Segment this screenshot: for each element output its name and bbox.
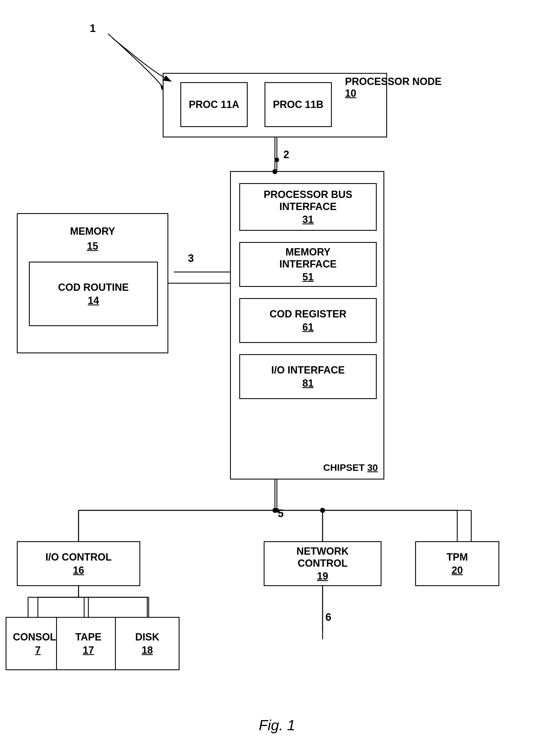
disk-label: DISK (135, 631, 159, 643)
io-control-label: I/O CONTROL (46, 551, 112, 563)
ref-5: 5 (278, 508, 284, 520)
io-interface-box: I/O INTERFACE 81 (239, 354, 377, 399)
tape-label: TAPE (75, 631, 101, 643)
proc-bus-interface-box: PROCESSOR BUSINTERFACE 31 (239, 183, 377, 231)
memory-interface-number: 51 (302, 271, 314, 283)
proc-bus-interface-label: PROCESSOR BUSINTERFACE (264, 188, 352, 213)
proc-11b-box: PROC 11B (265, 82, 332, 127)
ref-6: 6 (325, 611, 331, 623)
io-interface-number: 81 (302, 377, 314, 389)
ref-3: 3 (188, 252, 194, 265)
cod-register-label: COD REGISTER (270, 308, 346, 320)
console-label: CONSOLE (13, 631, 63, 643)
memory-label: MEMORY (70, 225, 115, 237)
diagram: 1 PROC 11A PROC 11B PROCESSOR NODE 10 2 … (0, 0, 554, 756)
cod-routine-label: COD ROUTINE (58, 281, 129, 293)
io-interface-label: I/O INTERFACE (271, 364, 345, 376)
proc-11a-box: PROC 11A (180, 82, 248, 127)
proc-11a-label: PROC 11A (189, 99, 239, 111)
io-control-box: I/O CONTROL 16 (17, 541, 140, 586)
network-control-label: NETWORKCONTROL (296, 545, 349, 569)
ref-2: 2 (283, 149, 289, 161)
svg-point-7 (320, 508, 325, 513)
memory-number: 15 (87, 240, 98, 252)
tape-box: TAPE 17 (56, 617, 121, 670)
network-control-number: 19 (317, 570, 328, 582)
cod-register-box: COD REGISTER 61 (239, 298, 377, 343)
tpm-number: 20 (452, 565, 463, 576)
cod-routine-box: COD ROUTINE 14 (29, 261, 158, 326)
console-number: 7 (35, 644, 41, 656)
tpm-box: TPM 20 (415, 541, 499, 586)
tape-number: 17 (83, 644, 94, 656)
network-control-box: NETWORKCONTROL 19 (264, 541, 382, 586)
memory-box: MEMORY 15 COD ROUTINE 14 (17, 213, 168, 353)
memory-interface-box: MEMORYINTERFACE 51 (239, 242, 377, 287)
cod-register-number: 61 (302, 322, 314, 333)
disk-number: 18 (142, 644, 153, 656)
cod-routine-number: 14 (88, 295, 99, 306)
chipset-label: CHIPSET 30 (323, 462, 378, 473)
figure-label: Fig. 1 (259, 717, 295, 734)
io-control-number: 16 (73, 565, 84, 576)
processor-node-label: PROCESSOR NODE 10 (345, 76, 442, 99)
proc-11b-label: PROC 11B (273, 99, 323, 111)
tpm-label: TPM (447, 551, 468, 563)
memory-interface-label: MEMORYINTERFACE (279, 246, 337, 270)
chipset-box: PROCESSOR BUSINTERFACE 31 MEMORYINTERFAC… (230, 171, 384, 479)
disk-box: DISK 18 (115, 617, 179, 670)
svg-point-2 (275, 158, 279, 162)
proc-bus-interface-number: 31 (302, 214, 314, 225)
ref-1: 1 (90, 22, 96, 35)
